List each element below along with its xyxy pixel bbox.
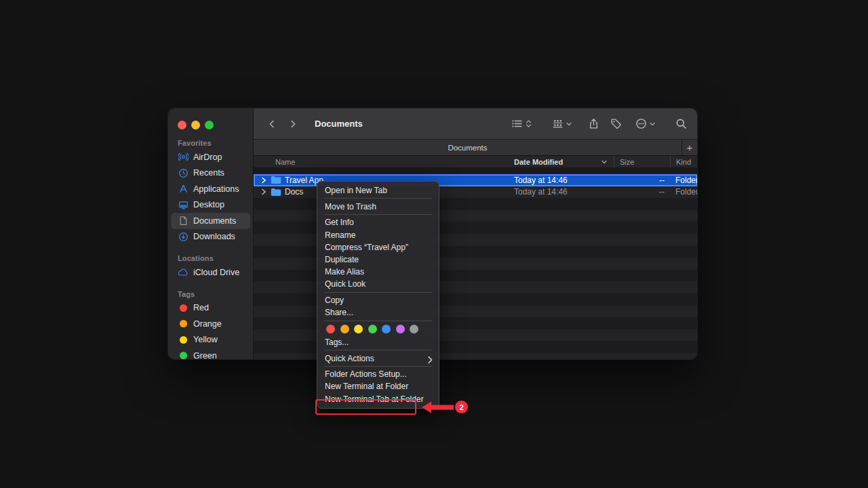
tag-button[interactable] <box>609 117 623 131</box>
menu-item-share[interactable]: Share... <box>317 306 439 319</box>
column-header-name[interactable]: Name <box>254 156 514 167</box>
menu-item-make-alias[interactable]: Make Alias <box>317 266 439 278</box>
share-button[interactable] <box>587 117 600 131</box>
tag-color-dot-icon[interactable] <box>396 325 405 333</box>
menu-item-new-terminal-at-folder[interactable]: New Terminal at Folder <box>317 380 439 392</box>
group-view-icon <box>552 118 564 129</box>
menu-item-label: Get Info <box>325 216 431 228</box>
new-tab-button[interactable]: + <box>682 140 697 155</box>
sidebar-section-label: Favorites <box>178 139 253 147</box>
annotation-step-badge: 2 <box>455 401 468 413</box>
toolbar-group <box>551 117 573 131</box>
tag-color-dot-icon[interactable] <box>326 325 335 333</box>
forward-button[interactable] <box>285 117 300 131</box>
menu-item-tags[interactable]: Tags... <box>317 336 439 348</box>
menu-item-label: Quick Look <box>325 278 431 290</box>
file-name: Docs <box>285 187 303 197</box>
column-header-size[interactable]: Size <box>614 156 670 167</box>
size-cell: -- <box>614 176 670 185</box>
sidebar-item-green[interactable]: Green <box>171 348 250 359</box>
tab-documents[interactable]: Documents <box>254 140 682 155</box>
column-header-date-modified[interactable]: Date Modified <box>514 156 614 167</box>
menu-divider <box>324 321 432 321</box>
updown-chevrons-button[interactable] <box>525 120 532 127</box>
menu-divider <box>324 198 432 199</box>
sidebar-item-label: Recents <box>193 168 224 178</box>
menu-item-label: Tags... <box>325 336 431 348</box>
sidebar-item-downloads[interactable]: Downloads <box>171 229 250 245</box>
sidebar-item-airdrop[interactable]: AirDrop <box>171 149 250 165</box>
chevron-down-icon <box>649 121 656 127</box>
sidebar-item-icloud-drive[interactable]: iCloud Drive <box>171 264 250 281</box>
menu-item-copy[interactable]: Copy <box>317 294 439 306</box>
menu-item-get-info[interactable]: Get Info <box>317 216 439 228</box>
sidebar-item-yellow[interactable]: Yellow <box>171 332 250 348</box>
chevron-down-button[interactable] <box>566 120 573 127</box>
menu-item-label: Compress “Travel App” <box>325 241 431 253</box>
updown-chevrons-icon <box>525 119 532 129</box>
sidebar-item-label: Red <box>193 303 209 312</box>
recents-icon <box>178 167 189 178</box>
downloads-icon <box>178 231 189 242</box>
sidebar-item-label: Downloads <box>193 232 235 241</box>
red-tag-dot-icon <box>180 304 187 312</box>
folder-icon <box>271 188 281 197</box>
sidebar-item-recents[interactable]: Recents <box>171 165 250 182</box>
menu-divider <box>324 366 432 367</box>
chevron-down-icon <box>566 121 572 127</box>
sidebar-item-applications[interactable]: Applications <box>171 181 250 197</box>
menu-item-quick-actions[interactable]: Quick Actions <box>317 352 439 365</box>
sidebar-item-label: Orange <box>193 319 222 329</box>
menu-item-move-to-trash[interactable]: Move to Trash <box>317 201 439 213</box>
sidebar-item-orange[interactable]: Orange <box>171 316 250 332</box>
column-header-kind[interactable]: Kind <box>670 156 697 167</box>
chevron-right-icon <box>425 355 431 362</box>
applications-icon <box>178 184 189 195</box>
menu-tag-colors <box>317 323 439 336</box>
column-header: Name Date Modified Size Kind <box>254 156 697 168</box>
sidebar-item-documents[interactable]: Documents <box>171 213 250 229</box>
disclosure-icon <box>261 177 267 184</box>
share-icon <box>588 118 599 129</box>
toolbar: Documents <box>254 108 697 139</box>
tag-color-dot-icon[interactable] <box>382 325 391 333</box>
menu-divider <box>324 350 432 350</box>
menu-item-duplicate[interactable]: Duplicate <box>317 253 439 266</box>
sidebar-item-red[interactable]: Red <box>171 300 250 317</box>
back-button[interactable] <box>264 117 279 131</box>
menu-item-new-terminal-tab-at-folder[interactable]: New Terminal Tab at Folder <box>317 393 439 405</box>
sort-chevron-icon <box>601 159 608 165</box>
zoom-window-button[interactable] <box>205 121 214 129</box>
menu-item-label: Share... <box>325 306 431 319</box>
search-button[interactable] <box>674 117 688 131</box>
tag-color-dot-icon[interactable] <box>354 325 363 333</box>
tag-color-dot-icon[interactable] <box>368 325 377 333</box>
menu-item-label: Folder Actions Setup... <box>325 368 431 380</box>
kind-cell: Folder <box>670 187 697 197</box>
sidebar-item-label: Green <box>193 351 217 359</box>
menu-item-open-in-new-tab[interactable]: Open in New Tab <box>317 184 439 197</box>
list-view-icon <box>511 118 523 129</box>
group-view-button[interactable] <box>551 117 564 131</box>
kind-cell: Folder <box>670 176 697 185</box>
close-window-button[interactable] <box>178 121 186 129</box>
menu-item-compress-travel-app[interactable]: Compress “Travel App” <box>317 241 439 253</box>
chevron-down-button[interactable] <box>649 120 656 127</box>
menu-item-folder-actions-setup[interactable]: Folder Actions Setup... <box>317 368 439 380</box>
folder-icon <box>271 176 281 184</box>
menu-item-quick-look[interactable]: Quick Look <box>317 278 439 290</box>
toolbar-group <box>510 117 532 131</box>
list-view-button[interactable] <box>510 117 524 131</box>
menu-item-rename[interactable]: Rename <box>317 229 439 241</box>
desktop-icon <box>178 199 189 210</box>
date-modified-cell: Today at 14:46 <box>514 176 614 185</box>
tag-icon <box>610 118 622 129</box>
icloud-icon <box>178 267 189 278</box>
tag-color-dot-icon[interactable] <box>340 325 349 333</box>
minimize-window-button[interactable] <box>191 121 200 129</box>
more-circle-button[interactable] <box>634 117 648 131</box>
sidebar-item-desktop[interactable]: Desktop <box>171 197 250 214</box>
toolbar-group <box>674 117 688 131</box>
tag-color-dot-icon[interactable] <box>410 325 418 333</box>
menu-item-label: Move to Trash <box>325 201 431 213</box>
